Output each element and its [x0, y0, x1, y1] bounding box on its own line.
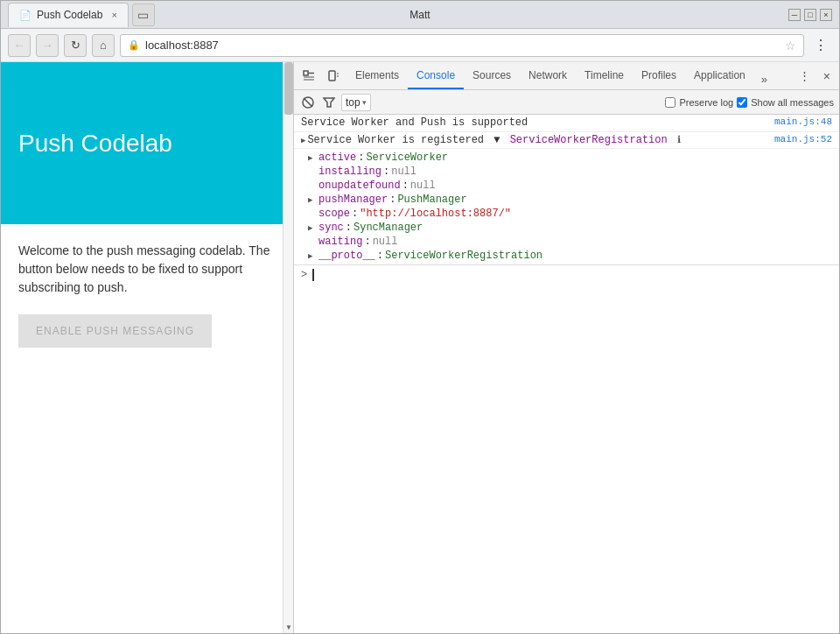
console-clear-button[interactable] — [299, 94, 317, 111]
expand-icon[interactable]: ▶ — [301, 136, 305, 145]
minimize-button[interactable]: ─ — [788, 9, 801, 21]
webpage-body-text: Welcome to the push messaging codelab. T… — [18, 242, 276, 297]
svg-rect-0 — [304, 71, 308, 75]
show-all-messages-label: Show all messages — [737, 97, 834, 108]
preserve-log-checkbox[interactable] — [665, 97, 676, 108]
show-all-messages-text: Show all messages — [751, 97, 834, 108]
devtools-more-tabs-button[interactable]: » — [754, 69, 774, 89]
console-line-1: Service Worker and Push is supported mai… — [294, 115, 839, 132]
tab-title: Push Codelab — [37, 9, 102, 21]
window-title: Matt — [410, 9, 430, 21]
console-filter-button[interactable] — [320, 94, 338, 111]
title-bar: 📄 Push Codelab × ▭ Matt ─ □ × — [1, 1, 839, 29]
reload-icon: ↻ — [71, 39, 80, 52]
devtools-menu-button[interactable]: ⋮ — [794, 65, 816, 88]
browser-window: 📄 Push Codelab × ▭ Matt ─ □ × ← → ↻ ⌂ — [0, 0, 840, 634]
main-area: Push Codelab Welcome to the push messagi… — [1, 62, 839, 633]
lock-icon: 🔒 — [128, 39, 140, 51]
bookmark-icon[interactable]: ☆ — [785, 39, 796, 53]
tree-item-installing: installing : null — [308, 165, 832, 179]
webpage-scrollbar[interactable]: ▼ — [283, 62, 293, 633]
home-button[interactable]: ⌂ — [92, 34, 115, 57]
webpage-hero: Push Codelab — [1, 62, 293, 224]
tree-item-scope: scope : "http://localhost:8887/" — [308, 207, 832, 221]
tree-item-sync: ▶ sync : SyncManager — [308, 221, 832, 235]
console-cursor — [312, 269, 314, 281]
webpage-hero-title: Push Codelab — [18, 130, 172, 158]
tree-item-waiting: waiting : null — [308, 235, 832, 249]
svg-line-8 — [304, 98, 312, 107]
tree-item-proto: ▶ __proto__ : ServiceWorkerRegistration — [308, 249, 832, 263]
devtools-panel: Elements Console Sources Network Timelin… — [294, 62, 839, 633]
address-text: localhost:8887 — [145, 39, 780, 52]
tab-network[interactable]: Network — [520, 62, 576, 89]
console-line-1-source[interactable]: main.js:48 — [774, 116, 832, 127]
inspect-icon — [303, 70, 315, 82]
console-context-selector[interactable]: top ▾ — [341, 94, 371, 111]
svg-rect-4 — [329, 71, 335, 81]
back-button[interactable]: ← — [8, 34, 31, 57]
tab-console[interactable]: Console — [408, 62, 464, 89]
console-output: Service Worker and Push is supported mai… — [294, 115, 839, 633]
device-icon — [327, 70, 340, 82]
swr-object-label: ServiceWorkerRegistration — [510, 134, 668, 146]
console-line-2-source[interactable]: main.js:52 — [774, 134, 832, 144]
back-icon: ← — [14, 39, 25, 52]
tab-close-button[interactable]: × — [111, 10, 116, 20]
scrollbar-thumb[interactable] — [284, 62, 293, 115]
browser-tab[interactable]: 📄 Push Codelab × — [8, 3, 129, 27]
tree-expand-sync[interactable]: ▶ — [308, 223, 318, 233]
show-all-messages-checkbox[interactable] — [737, 97, 747, 108]
title-bar-left: 📄 Push Codelab × ▭ — [8, 3, 788, 27]
preserve-log-text: Preserve log — [679, 97, 733, 108]
console-input-line: > — [294, 264, 839, 285]
clear-icon — [302, 96, 314, 109]
console-tree: ▶ active : ServiceWorker installing : nu… — [294, 149, 839, 264]
tree-expand-pushmanager[interactable]: ▶ — [308, 195, 318, 205]
console-line-2-text: Service Worker is registered ▼ ServiceWo… — [307, 134, 774, 146]
forward-icon: → — [42, 39, 53, 52]
tree-expand-active[interactable]: ▶ — [308, 153, 318, 163]
tab-timeline[interactable]: Timeline — [576, 62, 633, 89]
window-controls: ─ □ × — [788, 9, 832, 21]
devtools-tabs: Elements Console Sources Network Timelin… — [346, 62, 792, 89]
svg-marker-9 — [324, 98, 334, 107]
tree-item-pushmanager: ▶ pushManager : PushManager — [308, 193, 832, 207]
maximize-button[interactable]: □ — [804, 9, 816, 21]
tab-page-icon: 📄 — [19, 10, 32, 21]
tab-sources[interactable]: Sources — [464, 62, 520, 89]
close-button[interactable]: × — [820, 9, 832, 21]
console-line-1-text: Service Worker and Push is supported — [301, 116, 774, 129]
console-prompt-icon: > — [301, 269, 307, 281]
tab-application[interactable]: Application — [685, 62, 754, 89]
webpage-body: Welcome to the push messaging codelab. T… — [1, 224, 293, 633]
info-icon: ℹ — [677, 135, 681, 145]
nav-bar: ← → ↻ ⌂ 🔒 localhost:8887 ☆ ⋮ — [1, 29, 839, 62]
webpage: Push Codelab Welcome to the push messagi… — [1, 62, 294, 633]
reload-button[interactable]: ↻ — [64, 34, 87, 57]
chevron-down-icon: ▾ — [362, 98, 367, 107]
console-context-text: top — [346, 96, 360, 109]
tab-elements[interactable]: Elements — [346, 62, 408, 89]
devtools-close-button[interactable]: × — [818, 66, 836, 87]
console-line-2: ▶ Service Worker is registered ▼ Service… — [294, 132, 839, 149]
forward-button[interactable]: → — [36, 34, 59, 57]
tree-item-onupdatefound: onupdatefound : null — [308, 179, 832, 193]
new-tab-button[interactable]: ▭ — [132, 4, 155, 26]
console-toolbar: top ▾ Preserve log Show all messages — [294, 90, 839, 115]
devtools-device-button[interactable] — [322, 65, 345, 88]
tree-item-active: ▶ active : ServiceWorker — [308, 151, 832, 165]
scrollbar-down-arrow[interactable]: ▼ — [284, 621, 294, 633]
enable-push-button[interactable]: ENABLE PUSH MESSAGING — [18, 314, 212, 348]
devtools-toolbar: Elements Console Sources Network Timelin… — [294, 62, 839, 90]
preserve-log-label: Preserve log — [665, 97, 733, 108]
devtools-inspect-button[interactable] — [298, 65, 320, 88]
address-bar[interactable]: 🔒 localhost:8887 ☆ — [120, 34, 804, 57]
tree-expand-proto[interactable]: ▶ — [308, 251, 318, 261]
filter-icon — [323, 96, 335, 109]
new-tab-icon: ▭ — [137, 8, 149, 22]
tab-profiles[interactable]: Profiles — [633, 62, 685, 89]
browser-menu-button[interactable]: ⋮ — [809, 34, 832, 57]
home-icon: ⌂ — [100, 39, 107, 52]
